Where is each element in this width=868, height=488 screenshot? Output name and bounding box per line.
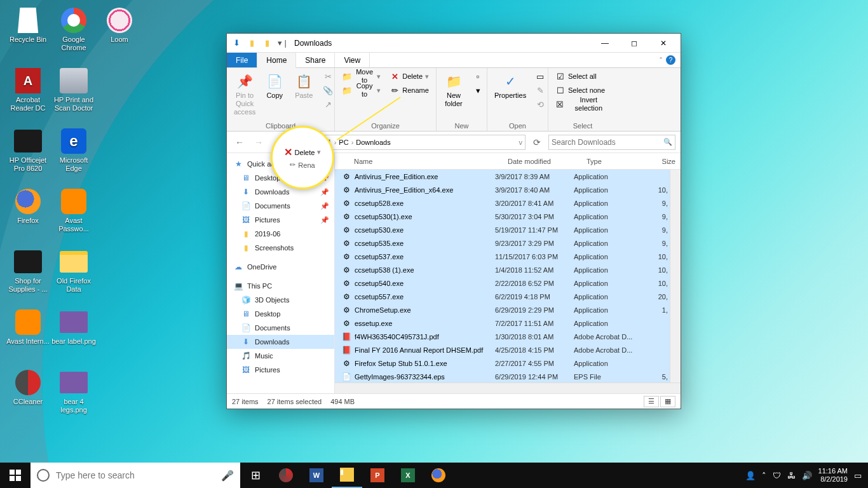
system-tray[interactable]: 👤 ˄ 🛡 🖧 🔊 11:16 AM 8/2/2019 ▭ bbox=[739, 467, 868, 484]
maximize-button[interactable]: ◻ bbox=[620, 34, 649, 53]
file-row[interactable]: ⚙Firefox Setup Stub 51.0.1.exe2/27/2017 … bbox=[335, 356, 670, 370]
vertical-scrollbar[interactable] bbox=[670, 170, 681, 383]
file-row[interactable]: ⚙ccsetup530.exe5/19/2017 11:47 PMApplica… bbox=[335, 223, 670, 236]
select-none-button[interactable]: ☐Select none bbox=[552, 83, 613, 97]
tab-file[interactable]: File bbox=[227, 53, 257, 67]
properties-button[interactable]: ✓Properties bbox=[491, 69, 529, 102]
titlebar[interactable]: ⬇ ▮ ▮ ▾ | Downloads — ◻ ✕ bbox=[227, 34, 681, 53]
task-view-button[interactable]: ⊞ bbox=[240, 463, 271, 488]
desktop-icon-firefox[interactable]: Firefox bbox=[5, 186, 51, 247]
view-large-button[interactable]: ▦ bbox=[660, 396, 675, 407]
taskbar-explorer[interactable]: ▮ bbox=[332, 463, 362, 488]
file-row[interactable]: ⚙ccsetup557.exe6/2/2019 4:18 PMApplicati… bbox=[335, 290, 670, 303]
col-size[interactable]: Size bbox=[655, 158, 681, 165]
nav-this-pc[interactable]: 💻This PC bbox=[227, 279, 334, 293]
taskbar-excel[interactable]: X bbox=[393, 463, 423, 488]
col-type[interactable]: Type bbox=[581, 158, 655, 165]
taskbar-search[interactable]: 🎤 bbox=[31, 463, 240, 488]
forward-button[interactable]: → bbox=[251, 135, 266, 150]
tab-view[interactable]: View bbox=[335, 53, 370, 67]
desktop-icon-loom[interactable]: Loom bbox=[97, 5, 142, 65]
file-row[interactable]: ⚙ccsetup538 (1).exe1/4/2018 11:52 AMAppl… bbox=[335, 263, 670, 276]
file-row[interactable]: ⚙Antivirus_Free_Edition_x64.exe3/9/2017 … bbox=[335, 183, 670, 196]
taskbar-word[interactable]: W bbox=[301, 463, 332, 488]
tab-share[interactable]: Share bbox=[296, 53, 335, 67]
nav-documents-2[interactable]: 📄Documents bbox=[227, 321, 334, 335]
close-button[interactable]: ✕ bbox=[649, 34, 678, 53]
taskbar-powerpoint[interactable]: P bbox=[362, 463, 393, 488]
nav-downloads[interactable]: ⬇Downloads📌 bbox=[227, 185, 334, 199]
nav-onedrive[interactable]: ☁OneDrive bbox=[227, 260, 334, 274]
file-row[interactable]: 📄GettyImages-963732344.eps6/29/2019 12:4… bbox=[335, 370, 670, 383]
file-row[interactable]: ⚙ccsetup540.exe2/22/2018 6:52 PMApplicat… bbox=[335, 276, 670, 290]
nav-pictures[interactable]: 🖼Pictures📌 bbox=[227, 213, 334, 227]
back-button[interactable]: ← bbox=[232, 135, 247, 150]
delete-button[interactable]: ✕Delete▾ bbox=[386, 69, 432, 83]
cortana-icon[interactable] bbox=[37, 469, 50, 482]
nav-2019-06[interactable]: ▮2019-06 bbox=[227, 227, 334, 241]
minimize-button[interactable]: — bbox=[590, 34, 620, 53]
start-button[interactable] bbox=[0, 463, 31, 488]
file-row[interactable]: 📕Final FY 2016 Annual Report DHSEM.pdf4/… bbox=[335, 343, 670, 356]
copy-button[interactable]: 📄Copy bbox=[261, 69, 288, 102]
file-row[interactable]: ⚙ChromeSetup.exe6/29/2019 2:29 PMApplica… bbox=[335, 303, 670, 316]
search-box[interactable]: 🔍 bbox=[548, 135, 675, 150]
file-row[interactable]: ⚙ccsetup530(1).exe5/30/2017 3:04 PMAppli… bbox=[335, 210, 670, 223]
desktop-icon-avast-pw[interactable]: Avast Passwo... bbox=[51, 186, 97, 247]
paste-button[interactable]: 📋Paste bbox=[290, 69, 317, 102]
tab-home[interactable]: Home bbox=[257, 53, 296, 68]
file-row[interactable]: 📕f4WH363540C495731J.pdf1/30/2018 8:01 AM… bbox=[335, 330, 670, 343]
qat-dropdown-icon[interactable]: ▾ | bbox=[275, 36, 289, 50]
desktop-icon-hp-scan[interactable]: HP Print and Scan Doctor bbox=[51, 65, 97, 126]
copy-path-button[interactable]: 📎 bbox=[320, 83, 336, 97]
easy-access-button[interactable]: ▾ bbox=[470, 83, 486, 97]
desktop-icon-acrobat[interactable]: AAcrobat Reader DC bbox=[5, 65, 51, 126]
column-headers[interactable]: Name Date modified Type Size bbox=[335, 153, 681, 170]
desktop-icon-recycle-bin[interactable]: Recycle Bin bbox=[5, 5, 51, 65]
nav-screenshots[interactable]: ▮Screenshots bbox=[227, 241, 334, 255]
file-row[interactable]: ⚙ccsetup528.exe3/20/2017 8:41 AMApplicat… bbox=[335, 196, 670, 210]
volume-icon[interactable]: 🔊 bbox=[802, 471, 812, 480]
history-button[interactable]: ⟲ bbox=[532, 97, 548, 111]
taskbar-firefox[interactable] bbox=[423, 463, 454, 488]
action-center-icon[interactable]: ▭ bbox=[854, 471, 862, 480]
desktop-icon-edge[interactable]: eMicrosoft Edge bbox=[51, 126, 97, 186]
desktop-icon-old-firefox-data[interactable]: Old Firefox Data bbox=[51, 247, 97, 307]
taskbar-search-input[interactable] bbox=[56, 470, 215, 480]
open-button[interactable]: ▭ bbox=[532, 69, 548, 83]
help-icon[interactable]: ? bbox=[666, 55, 675, 65]
nav-desktop-2[interactable]: 🖥Desktop bbox=[227, 307, 334, 321]
paste-shortcut-button[interactable]: ↗ bbox=[320, 97, 336, 111]
desktop-icon-avast-internet[interactable]: Avast Intern... bbox=[5, 307, 51, 367]
move-to-button[interactable]: 📁Move to▾ bbox=[339, 69, 384, 83]
nav-3d-objects[interactable]: 🧊3D Objects bbox=[227, 293, 334, 307]
invert-selection-button[interactable]: ☒Invert selection bbox=[552, 97, 613, 111]
rename-button[interactable]: ✏Rename bbox=[386, 83, 432, 97]
file-row[interactable]: ⚙Antivirus_Free_Edition.exe3/9/2017 8:39… bbox=[335, 170, 670, 183]
nav-pane[interactable]: ★Quick access 🖥Desktop📌 ⬇Downloads📌 📄Doc… bbox=[227, 153, 335, 393]
col-name[interactable]: Name bbox=[335, 158, 503, 165]
nav-downloads-2[interactable]: ⬇Downloads bbox=[227, 335, 334, 349]
col-date[interactable]: Date modified bbox=[503, 158, 581, 165]
horizontal-scrollbar[interactable] bbox=[335, 383, 681, 393]
quick-down-icon[interactable]: ⬇ bbox=[229, 36, 243, 50]
pin-quick-access-button[interactable]: 📌Pin to Quick access bbox=[231, 69, 259, 118]
clock[interactable]: 11:16 AM 8/2/2019 bbox=[818, 467, 848, 484]
file-row[interactable]: ⚙essetup.exe7/2/2017 11:51 AMApplication bbox=[335, 316, 670, 330]
tray-shield-icon[interactable]: 🛡 bbox=[773, 471, 781, 480]
mic-icon[interactable]: 🎤 bbox=[221, 470, 234, 482]
ribbon-collapse-icon[interactable]: ˆ bbox=[660, 57, 662, 64]
nav-pictures-2[interactable]: 🖼Pictures bbox=[227, 363, 334, 377]
tray-chevron-icon[interactable]: ˄ bbox=[762, 471, 766, 480]
refresh-button[interactable]: ⟳ bbox=[529, 135, 545, 150]
desktop-icon-hp-officejet[interactable]: HP Officejet Pro 8620 bbox=[5, 126, 51, 186]
taskbar-app-1[interactable] bbox=[271, 463, 301, 488]
nav-documents[interactable]: 📄Documents📌 bbox=[227, 199, 334, 213]
file-row[interactable]: ⚙ccsetup535.exe9/23/2017 3:29 PMApplicat… bbox=[335, 236, 670, 250]
desktop-icon-ccleaner[interactable]: CCleaner bbox=[5, 367, 51, 428]
copy-to-button[interactable]: 📁Copy to▾ bbox=[339, 83, 384, 97]
search-input[interactable] bbox=[552, 138, 663, 147]
desktop-icon-chrome[interactable]: Google Chrome bbox=[51, 5, 97, 65]
file-row[interactable]: ⚙ccsetup537.exe11/15/2017 6:03 PMApplica… bbox=[335, 250, 670, 263]
nav-music[interactable]: 🎵Music bbox=[227, 349, 334, 363]
